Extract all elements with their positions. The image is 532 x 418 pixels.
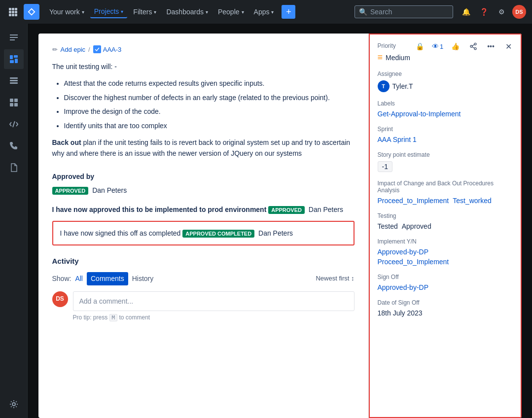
close-icon[interactable]: ✕ [502, 39, 516, 53]
sidebar-icon-file[interactable] [4, 158, 24, 177]
label-tag[interactable]: Get-Approval-to-Implement [378, 110, 461, 118]
more-options-icon[interactable]: ••• [484, 39, 498, 53]
svg-rect-22 [14, 103, 18, 106]
assignee-value[interactable]: T Tyler.T [378, 80, 513, 92]
modal-left-panel: ✏ Add epic / AAA-3 The unit testing will… [38, 34, 369, 418]
breadcrumb-add-epic[interactable]: Add epic [61, 46, 86, 53]
left-sidebar [0, 24, 28, 418]
svg-rect-8 [15, 14, 17, 16]
approved-by-section: Approved by APPROVED Dan Peters [52, 171, 355, 196]
svg-line-29 [472, 44, 474, 46]
chevron-down-icon: ▾ [271, 9, 274, 15]
bullet-1: Attest that the code returns expected re… [64, 78, 355, 89]
impact-tag-2[interactable]: Test_worked [453, 197, 492, 205]
svg-rect-4 [12, 11, 14, 13]
svg-rect-15 [15, 59, 18, 63]
create-button[interactable]: + [282, 5, 295, 19]
modal-header-actions: 🔒 👁 1 👍 ••• ✕ [413, 39, 516, 53]
approved-badge: APPROVED [52, 187, 89, 195]
breadcrumb-task-id[interactable]: AAA-3 [93, 45, 122, 53]
sidebar-icon-list[interactable] [4, 71, 24, 91]
story-point-badge[interactable]: -1 [378, 161, 392, 172]
breadcrumb-separator: / [88, 46, 90, 53]
sidebar-icon-board[interactable] [4, 49, 24, 69]
commenter-avatar: DS [52, 291, 68, 307]
sidebar-icon-phone[interactable] [4, 136, 24, 156]
testing-tag-2: Approved [402, 222, 431, 230]
approved-by-label: Approved by [52, 171, 355, 182]
story-point-label: Story point estimate [378, 151, 513, 158]
labels-value: Get-Approval-to-Implement [378, 110, 513, 118]
bullet-3: Improve the design of the code. [64, 106, 355, 117]
sprint-value: AAA Sprint 1 [378, 136, 513, 143]
tab-all[interactable]: All [75, 273, 83, 284]
help-icon[interactable]: ❓ [477, 5, 491, 19]
nav-projects[interactable]: Projects ▾ [90, 5, 128, 18]
svg-rect-7 [12, 14, 14, 16]
top-navigation: Your work ▾ Projects ▾ Filters ▾ Dashboa… [0, 0, 532, 24]
lock-icon[interactable]: 🔒 [413, 39, 427, 53]
assignee-avatar: T [378, 80, 390, 92]
share-icon[interactable] [466, 39, 480, 53]
signed-name: Dan Peters [258, 229, 293, 237]
testing-field: Testing Tested Approved [378, 212, 513, 230]
task-icon [93, 45, 101, 53]
sort-dropdown[interactable]: Newest first ↕ [316, 274, 354, 284]
implement-field: Implement Y/N Approved-by-DP Proceed_to_… [378, 238, 513, 266]
user-avatar[interactable]: DS [512, 5, 526, 19]
svg-rect-13 [14, 55, 18, 58]
comment-key: M [109, 314, 118, 321]
testing-tag-1: Tested [378, 222, 398, 230]
bullet-4: Identify units that are too complex [64, 120, 355, 131]
nav-dashboards[interactable]: Dashboards ▾ [162, 6, 212, 18]
nav-people[interactable]: People ▾ [214, 6, 248, 18]
svg-rect-10 [10, 37, 18, 38]
notifications-icon[interactable]: 🔔 [459, 5, 473, 19]
tab-history[interactable]: History [132, 273, 154, 284]
testing-tags: Tested Approved [378, 222, 513, 230]
signoff-field: Sign Off Approved-by-DP [378, 274, 513, 291]
approved-msg-badge: APPROVED [268, 206, 305, 214]
sprint-link[interactable]: AAA Sprint 1 [378, 136, 417, 143]
sprint-label: Sprint [378, 126, 513, 133]
thumbsup-icon[interactable]: 👍 [449, 39, 462, 53]
nav-filters[interactable]: Filters ▾ [129, 6, 160, 18]
svg-rect-2 [15, 8, 17, 10]
watch-icon[interactable]: 👁 1 [431, 39, 445, 53]
sidebar-icon-backlog[interactable] [4, 28, 24, 47]
implement-tag-2[interactable]: Proceed_to_Implement [378, 258, 513, 266]
search-box[interactable]: 🔍 Search [355, 5, 453, 18]
chevron-down-icon: ▾ [154, 9, 156, 15]
sidebar-icon-code[interactable] [4, 114, 24, 134]
nav-apps[interactable]: Apps ▾ [250, 6, 278, 18]
labels-label: Labels [378, 100, 513, 107]
nav-your-work[interactable]: Your work ▾ [45, 6, 88, 18]
tab-comments[interactable]: Comments [87, 272, 128, 285]
signoff-link[interactable]: Approved-by-DP [378, 283, 429, 291]
date-signoff-label: Date of Sign Off [378, 299, 513, 306]
priority-value[interactable]: ≡ Medium [378, 52, 513, 63]
activity-show-row: Show: All Comments History Newest first … [52, 272, 355, 285]
issue-modal: 🔒 👁 1 👍 ••• ✕ ✏ Add epic / [38, 34, 522, 418]
settings-icon[interactable]: ⚙ [495, 5, 508, 19]
signed-off-text: I have now signed this off as completed [60, 229, 181, 237]
impact-field: Impact of Change and Back Out Procedures… [378, 180, 513, 205]
bullet-list: Attest that the code returns expected re… [64, 78, 355, 131]
implement-tag-1[interactable]: Approved-by-DP [378, 248, 513, 256]
impact-tag-1[interactable]: Proceed_to_Implement [378, 197, 449, 205]
approved-by-value: APPROVED Dan Peters [52, 185, 355, 196]
sidebar-icon-settings[interactable] [4, 394, 24, 414]
chevron-down-icon: ▾ [82, 9, 84, 15]
breadcrumb-edit-icon: ✏ [52, 46, 58, 53]
date-signoff-value: 18th July 2023 [378, 309, 513, 317]
date-signoff-text: 18th July 2023 [378, 309, 423, 317]
jira-logo[interactable] [24, 4, 39, 20]
sidebar-icon-table[interactable] [4, 93, 24, 112]
signoff-value: Approved-by-DP [378, 283, 513, 291]
svg-point-27 [474, 48, 476, 50]
show-label: Show: [52, 273, 71, 284]
signoff-label: Sign Off [378, 274, 513, 280]
comment-input[interactable]: Add a comment... [73, 291, 355, 311]
svg-rect-20 [14, 99, 18, 102]
grid-icon[interactable] [6, 5, 20, 19]
